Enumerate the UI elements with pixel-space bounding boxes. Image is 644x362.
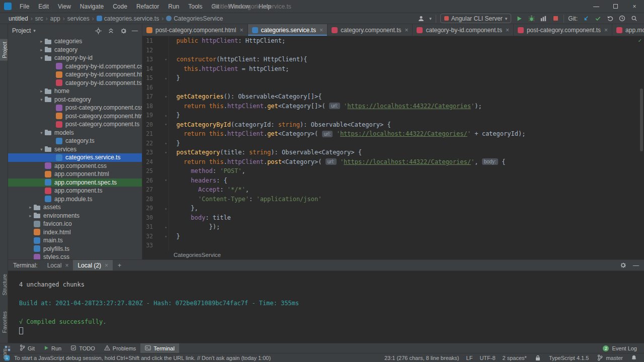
git-branch-widget[interactable]: master bbox=[596, 354, 623, 362]
tree-item[interactable]: app.component.ts bbox=[8, 187, 142, 195]
line-separator-widget[interactable]: LF bbox=[466, 355, 473, 361]
editor-tab[interactable]: category-by-id.component.ts× bbox=[413, 24, 513, 36]
breadcrumb-item[interactable]: untitled bbox=[8, 15, 29, 22]
tree-item[interactable]: ▸environments bbox=[8, 212, 142, 220]
run-button[interactable] bbox=[515, 15, 523, 23]
tree-item[interactable]: app.component.spec.ts bbox=[8, 178, 142, 187]
breadcrumb-item[interactable]: services bbox=[67, 15, 90, 22]
tree-item[interactable]: ▸assets bbox=[8, 203, 142, 212]
stop-button[interactable] bbox=[551, 15, 559, 23]
git-update-icon[interactable] bbox=[582, 15, 590, 23]
chevron-collapsed-icon[interactable]: ▸ bbox=[27, 213, 34, 218]
fold-marker-icon[interactable]: ▾ bbox=[153, 57, 169, 62]
settings-icon[interactable] bbox=[119, 27, 127, 35]
maximize-button[interactable] bbox=[606, 0, 625, 13]
breadcrumb-item[interactable]: src bbox=[35, 15, 44, 22]
menu-code[interactable]: Code bbox=[108, 0, 132, 13]
fold-marker-icon[interactable]: ▴ bbox=[153, 206, 169, 211]
tree-item[interactable]: ▾post-category bbox=[8, 96, 142, 104]
close-icon[interactable]: × bbox=[319, 27, 323, 34]
fold-marker-icon[interactable]: ▴ bbox=[153, 76, 169, 80]
tool-stripe-favorites[interactable]: Favorites bbox=[0, 309, 8, 335]
menu-run[interactable]: Run bbox=[164, 0, 184, 13]
new-terminal-button[interactable]: + bbox=[113, 262, 126, 269]
tree-item[interactable]: ▾category-by-id bbox=[8, 54, 142, 62]
tree-item[interactable]: ▸categories bbox=[8, 37, 142, 46]
menu-edit[interactable]: Edit bbox=[34, 0, 53, 13]
terminal-settings-icon[interactable] bbox=[619, 261, 627, 269]
tree-item[interactable]: post-category.component.ts bbox=[8, 120, 142, 129]
tool-window-button-problems[interactable]: Problems bbox=[100, 343, 140, 353]
terminal-prompt-line[interactable] bbox=[19, 326, 644, 335]
indent-widget[interactable]: 2 spaces* bbox=[503, 355, 527, 361]
terminal-output[interactable]: 4 unchanged chunksBuild at: 2021-04-28T2… bbox=[8, 271, 644, 343]
status-message[interactable]: To start a JavaScript debug session, hol… bbox=[14, 355, 271, 361]
tree-item[interactable]: ▾models bbox=[8, 129, 142, 137]
menu-tools[interactable]: Tools bbox=[184, 0, 207, 13]
chevron-collapsed-icon[interactable]: ▸ bbox=[38, 39, 45, 44]
tree-item[interactable]: index.html bbox=[8, 228, 142, 237]
tree-item[interactable]: category-by-id.component.css bbox=[8, 62, 142, 71]
hide-terminal-icon[interactable]: — bbox=[633, 262, 639, 269]
chevron-expanded-icon[interactable]: ▾ bbox=[38, 130, 45, 135]
tree-item[interactable]: styles.css bbox=[8, 253, 142, 259]
chevron-collapsed-icon[interactable]: ▸ bbox=[38, 88, 45, 94]
tool-window-button-todo[interactable]: TODO bbox=[66, 343, 100, 353]
tree-item[interactable]: app.component.html bbox=[8, 170, 142, 178]
close-icon[interactable]: × bbox=[105, 262, 108, 269]
breadcrumb-item[interactable]: app bbox=[50, 15, 61, 22]
tool-window-button-run[interactable]: Run bbox=[39, 343, 66, 353]
history-icon[interactable] bbox=[618, 15, 626, 23]
chevron-expanded-icon[interactable]: ▾ bbox=[38, 55, 45, 60]
editor-tab[interactable]: category.component.ts× bbox=[328, 24, 413, 36]
tool-window-button-git[interactable]: Git bbox=[15, 343, 39, 353]
tree-item[interactable]: app.module.ts bbox=[8, 195, 142, 204]
fold-marker-icon[interactable]: ▴ bbox=[153, 225, 169, 229]
tool-stripe-structure[interactable]: Structure bbox=[0, 272, 8, 298]
fold-marker-icon[interactable]: ▴ bbox=[153, 113, 169, 118]
debug-button[interactable] bbox=[527, 15, 535, 23]
editor-scrollbar[interactable] bbox=[640, 88, 643, 151]
tree-item[interactable]: category-by-id.component.html bbox=[8, 70, 142, 79]
tree-item[interactable]: favicon.ico bbox=[8, 220, 142, 228]
tree-item[interactable]: categories.service.ts bbox=[8, 153, 142, 162]
breadcrumb-class[interactable]: CategoriesService bbox=[174, 252, 221, 258]
terminal-tab[interactable]: Local× bbox=[43, 260, 73, 270]
git-commit-icon[interactable] bbox=[594, 15, 602, 23]
editor-tab[interactable]: post-category.component.html× bbox=[142, 24, 248, 36]
fold-marker-icon[interactable]: ▾ bbox=[153, 122, 169, 127]
terminal-tab[interactable]: Local (2)× bbox=[73, 260, 113, 270]
tree-item[interactable]: category-by-id.component.ts bbox=[8, 79, 142, 87]
fold-marker-icon[interactable]: ▾ bbox=[153, 95, 169, 99]
tree-item[interactable]: post-category.component.html bbox=[8, 112, 142, 121]
user-account-icon[interactable] bbox=[417, 15, 425, 23]
chevron-expanded-icon[interactable]: ▾ bbox=[38, 147, 45, 152]
menu-view[interactable]: View bbox=[53, 0, 75, 13]
chevron-expanded-icon[interactable]: ▾ bbox=[38, 97, 45, 102]
breadcrumb-item[interactable]: categories.service.ts bbox=[96, 15, 159, 22]
search-everywhere-icon[interactable] bbox=[630, 15, 638, 23]
tree-item[interactable]: ▸home bbox=[8, 87, 142, 96]
editor-tab[interactable]: post-category.component.ts× bbox=[514, 24, 612, 36]
chevron-collapsed-icon[interactable]: ▸ bbox=[38, 47, 45, 52]
fold-marker-icon[interactable]: ▴ bbox=[153, 234, 169, 238]
encoding-widget[interactable]: UTF-8 bbox=[479, 355, 495, 361]
event-log-button[interactable]: 2 Event Log bbox=[603, 345, 644, 351]
close-icon[interactable]: × bbox=[506, 27, 509, 34]
typescript-version-widget[interactable]: TypeScript 4.1.5 bbox=[549, 355, 589, 361]
menu-file[interactable]: File bbox=[15, 0, 34, 13]
editor-tab[interactable]: app.module.ts× bbox=[612, 24, 644, 36]
tool-stripe-npm[interactable]: npm bbox=[0, 346, 8, 361]
run-config-selector[interactable]: Angular CLI Server ▾ bbox=[440, 14, 512, 23]
editor-tab[interactable]: categories.service.ts× bbox=[248, 24, 328, 36]
locate-file-icon[interactable] bbox=[94, 27, 102, 35]
readonly-lock-icon[interactable] bbox=[534, 354, 542, 362]
tree-item[interactable]: ▾services bbox=[8, 145, 142, 154]
fold-marker-icon[interactable]: ▾ bbox=[153, 150, 169, 155]
hide-panel-icon[interactable]: — bbox=[132, 27, 138, 34]
collapse-all-icon[interactable] bbox=[107, 27, 115, 35]
minimize-button[interactable]: — bbox=[587, 0, 606, 13]
code-editor[interactable]: ✓ 11 public httpClient: HttpClient;1213▾… bbox=[142, 36, 644, 250]
tool-window-button-terminal[interactable]: Terminal bbox=[140, 343, 179, 353]
tree-item[interactable]: app.component.css bbox=[8, 162, 142, 170]
